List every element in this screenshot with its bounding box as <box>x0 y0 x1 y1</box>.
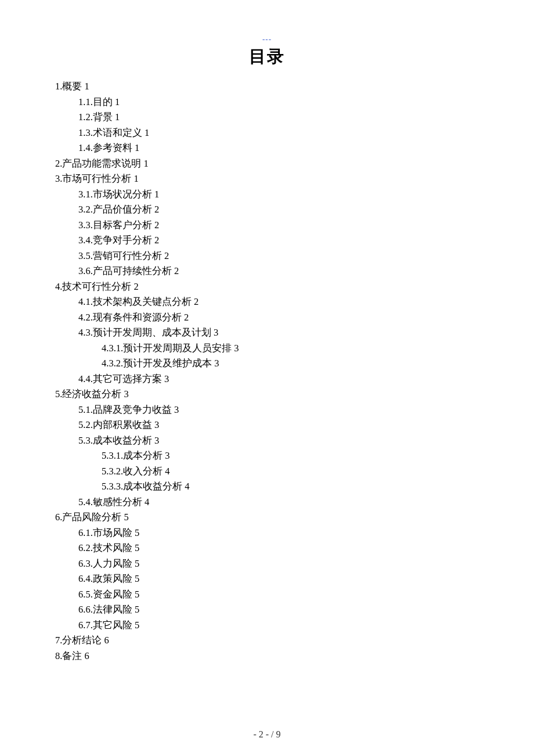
toc-entry-page: 5 <box>135 558 139 569</box>
toc-entry-page: 5 <box>135 527 139 538</box>
toc-entry-text: 敏感性分析 <box>93 496 142 507</box>
toc-entry: 3.1.市场状况分析 1 <box>55 187 479 203</box>
toc-entry-page: 2 <box>134 281 139 292</box>
toc-entry-text: 目标客户分析 <box>93 219 152 231</box>
toc-entry-number: 3.6. <box>78 265 93 276</box>
toc-entry: 3.2.产品价值分析 2 <box>55 202 479 218</box>
toc-entry: 3.3.目标客户分析 2 <box>55 218 479 233</box>
toc-entry: 5.3.3.成本收益分析 4 <box>55 479 479 495</box>
toc-entry: 1.4.参考资料 1 <box>55 141 479 156</box>
toc-entry-text: 产品风险分析 <box>62 512 121 523</box>
page-number: - 2 - / 9 <box>0 729 534 740</box>
toc-entry-page: 1 <box>154 189 159 200</box>
toc-entry: 4.技术可行性分析 2 <box>55 279 479 295</box>
toc-entry-number: 5.3. <box>78 435 93 446</box>
toc-entry: 5.2.内部积累收益 3 <box>55 417 479 433</box>
toc-entry-page: 1 <box>134 173 139 184</box>
toc-entry: 4.2.现有条件和资源分析 2 <box>55 310 479 326</box>
toc-entry-page: 6 <box>85 650 89 661</box>
toc-entry-number: 3.3. <box>78 219 93 231</box>
toc-entry-number: 1.1. <box>78 96 93 107</box>
toc-entry-page: 1 <box>135 142 139 153</box>
toc-entry-text: 内部积累收益 <box>93 419 152 430</box>
toc-entry-number: 6.2. <box>78 542 93 553</box>
toc-entry-page: 1 <box>144 158 149 169</box>
toc-entry-text: 参考资料 <box>93 142 132 153</box>
toc-entry-page: 1 <box>115 96 120 107</box>
toc-entry-page: 2 <box>154 219 159 231</box>
toc-entry-number: 6.6. <box>78 604 93 615</box>
document-page: --- 目录 1.概要 11.1.目的 11.2.背景 11.3.术语和定义 1… <box>0 0 534 664</box>
toc-entry-number: 4.3.2. <box>102 358 123 369</box>
toc-entry-number: 6.3. <box>78 558 93 569</box>
toc-entry-page: 5 <box>135 604 139 615</box>
toc-entry-number: 5.2. <box>78 419 93 430</box>
toc-entry: 6.3.人力风险 5 <box>55 556 479 572</box>
toc-entry-page: 4 <box>165 466 169 477</box>
toc-entry-number: 4. <box>55 281 62 292</box>
toc-entry-page: 2 <box>154 235 159 246</box>
toc-entry-page: 2 <box>184 312 189 323</box>
toc-entry-number: 4.4. <box>78 373 93 384</box>
toc-entry: 8.备注 6 <box>55 649 479 664</box>
toc-entry: 6.5.资金风险 5 <box>55 587 479 603</box>
toc-entry: 5.3.1.成本分析 3 <box>55 448 479 464</box>
toc-entry-page: 4 <box>145 496 149 507</box>
toc-entry-number: 6.1. <box>78 527 93 538</box>
toc-entry-page: 3 <box>214 358 219 369</box>
toc-entry: 6.产品风险分析 5 <box>55 510 479 525</box>
toc-entry-number: 1.3. <box>78 127 93 138</box>
toc-entry-text: 技术风险 <box>93 542 132 553</box>
toc-entry-text: 竞争对手分析 <box>93 235 152 246</box>
toc-entry-text: 法律风险 <box>93 604 132 615</box>
toc-entry-number: 2. <box>55 158 62 169</box>
toc-entry: 6.4.政策风险 5 <box>55 571 479 587</box>
toc-entry-number: 5.3.3. <box>102 481 123 492</box>
toc-entry-number: 3.2. <box>78 204 93 215</box>
toc-entry-page: 1 <box>145 127 149 138</box>
toc-entry-page: 3 <box>124 388 129 399</box>
toc-entry: 4.3.1.预计开发周期及人员安排 3 <box>55 341 479 357</box>
toc-entry: 3.4.竞争对手分析 2 <box>55 233 479 249</box>
toc-entry-number: 4.1. <box>78 296 93 307</box>
toc-entry-text: 产品价值分析 <box>93 204 152 215</box>
toc-entry: 6.1.市场风险 5 <box>55 525 479 541</box>
toc-entry: 5.4.敏感性分析 4 <box>55 495 479 510</box>
toc-entry-page: 4 <box>185 481 189 492</box>
toc-entry: 5.1.品牌及竞争力收益 3 <box>55 402 479 418</box>
toc-entry-number: 4.2. <box>78 312 93 323</box>
toc-entry-page: 5 <box>135 542 139 553</box>
toc-entry: 4.1.技术架构及关键点分析 2 <box>55 294 479 310</box>
toc-entry-page: 3 <box>164 373 169 384</box>
toc-entry-text: 经济收益分析 <box>62 388 121 399</box>
toc-entry-text: 概要 <box>62 81 82 92</box>
toc-entry-text: 技术架构及关键点分析 <box>93 296 192 307</box>
toc-entry-number: 6.7. <box>78 620 93 631</box>
toc-entry: 2.产品功能需求说明 1 <box>55 156 479 172</box>
toc-entry-number: 3.5. <box>78 250 93 261</box>
toc-entry-text: 其它风险 <box>93 620 132 631</box>
toc-entry-text: 市场风险 <box>93 527 132 538</box>
toc-entry-page: 2 <box>174 265 179 276</box>
toc-entry-number: 3. <box>55 173 62 184</box>
toc-entry: 1.1.目的 1 <box>55 95 479 110</box>
toc-entry-number: 8. <box>55 650 62 661</box>
toc-entry-number: 5.1. <box>78 404 93 415</box>
toc-entry-number: 5.3.1. <box>102 450 123 461</box>
toc-entry-text: 政策风险 <box>93 573 132 584</box>
toc-entry-text: 预计开发周期、成本及计划 <box>93 327 211 338</box>
toc-entry-page: 5 <box>135 589 139 600</box>
toc-entry-page: 2 <box>154 204 159 215</box>
toc-entry-text: 成本收益分析 <box>123 481 182 492</box>
toc-entry-number: 6.4. <box>78 573 93 584</box>
toc-entry-number: 1.2. <box>78 111 93 123</box>
toc-entry-text: 术语和定义 <box>93 127 142 138</box>
toc-entry-text: 成本分析 <box>123 450 163 461</box>
toc-entry-number: 5.3.2. <box>102 466 123 477</box>
toc-entry-text: 其它可选择方案 <box>93 373 162 384</box>
toc-entry-text: 技术可行性分析 <box>62 281 131 292</box>
toc-entry-number: 3.4. <box>78 235 93 246</box>
toc-entry: 3.5.营销可行性分析 2 <box>55 249 479 264</box>
toc-entry-page: 3 <box>154 419 159 430</box>
toc-entry-page: 2 <box>194 296 199 307</box>
